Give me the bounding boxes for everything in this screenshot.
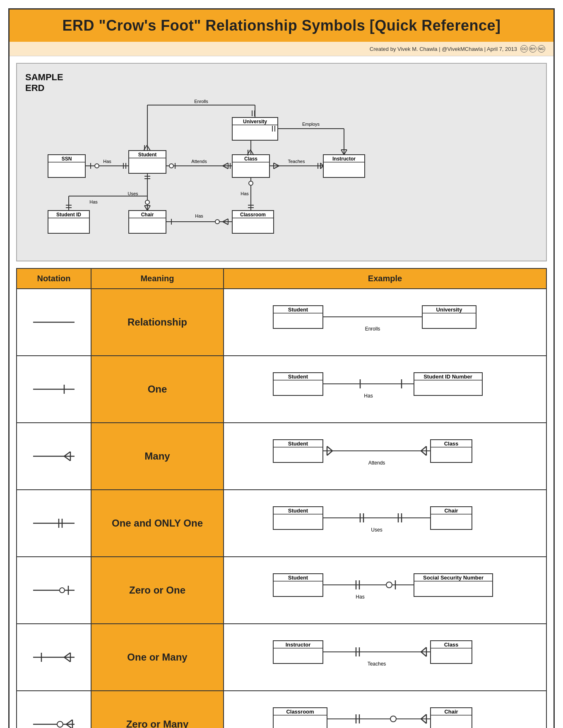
table-row: Zero or One Student Social Security Numb… [17, 556, 546, 623]
svg-text:Student ID Number: Student ID Number [423, 374, 472, 380]
svg-line-80 [144, 206, 147, 211]
svg-line-131 [327, 446, 332, 451]
subtitle-text: Created by Vivek M. Chawla | @VivekMChaw… [370, 46, 517, 52]
svg-line-185 [66, 720, 72, 724]
svg-text:Uses: Uses [128, 191, 138, 196]
example-one-many-svg: Instructor Class Teaches [236, 632, 534, 682]
by-icon: BY [529, 45, 537, 53]
notation-one-many [17, 624, 91, 690]
svg-text:Teaches: Teaches [368, 661, 386, 667]
example-one: Student Student ID Number Has [224, 356, 546, 422]
meaning-one-many: One or Many [91, 624, 224, 690]
cc-icons: CC BY NC [520, 45, 545, 53]
notation-zero-one [17, 557, 91, 623]
svg-text:Social Security Number: Social Security Number [423, 575, 484, 581]
example-one-svg: Student Student ID Number Has [236, 364, 534, 414]
svg-text:Chair: Chair [141, 212, 154, 218]
svg-line-62 [320, 166, 323, 169]
meaning-one-only: One and ONLY One [91, 490, 224, 556]
svg-text:Enrolls: Enrolls [365, 326, 380, 332]
svg-text:Class: Class [244, 156, 257, 162]
svg-text:Classroom: Classroom [286, 709, 314, 715]
svg-point-197 [390, 716, 396, 722]
svg-line-45 [147, 145, 150, 151]
svg-line-199 [421, 719, 426, 723]
svg-text:Has: Has [241, 191, 249, 196]
svg-point-151 [60, 588, 65, 593]
meaning-many: Many [91, 423, 224, 489]
svg-line-129 [421, 451, 426, 455]
svg-line-81 [147, 206, 150, 211]
one-notation-svg [29, 379, 79, 400]
svg-text:Has: Has [364, 393, 373, 399]
svg-line-31 [223, 163, 228, 166]
many-notation-svg [29, 446, 79, 467]
svg-text:Class: Class [444, 642, 459, 648]
svg-text:Student: Student [288, 307, 308, 313]
svg-point-34 [169, 164, 173, 168]
svg-text:Instructor: Instructor [286, 642, 311, 648]
svg-text:Chair: Chair [444, 709, 458, 715]
svg-line-46 [144, 145, 147, 151]
svg-line-67 [247, 150, 250, 155]
one-only-notation-svg [29, 513, 79, 534]
notation-one-only [17, 490, 91, 556]
svg-text:Uses: Uses [371, 527, 382, 533]
meaning-one: One [91, 356, 224, 422]
svg-point-83 [145, 200, 149, 204]
zero-one-notation-svg [29, 580, 79, 601]
svg-point-162 [386, 582, 392, 588]
svg-text:University: University [243, 119, 267, 125]
svg-text:Class: Class [444, 441, 459, 447]
svg-line-128 [421, 446, 426, 451]
notation-many [17, 423, 91, 489]
svg-point-90 [215, 220, 219, 224]
zero-many-notation-svg [29, 714, 79, 728]
svg-point-26 [95, 164, 99, 168]
svg-text:Has: Has [195, 213, 203, 218]
svg-text:SSN: SSN [62, 156, 72, 162]
svg-line-57 [274, 163, 279, 166]
svg-text:Chair: Chair [444, 508, 458, 514]
svg-rect-9 [232, 155, 269, 177]
example-zero-many-svg: Classroom Chair Has [236, 699, 534, 728]
meaning-zero-many: Zero or Many [91, 691, 224, 728]
relationship-notation-svg [29, 312, 79, 333]
svg-line-32 [223, 166, 228, 169]
svg-text:Has: Has [89, 199, 98, 204]
erd-diagram-svg: SSN Student University Class Instructor … [17, 64, 546, 261]
example-zero-one-svg: Student Social Security Number Has [236, 565, 534, 615]
meaning-zero-one: Zero or One [91, 557, 224, 623]
example-many-svg: Student Class Attends [236, 431, 534, 481]
header-example: Example [224, 269, 546, 288]
table-row: Zero or Many Classroom Chair [17, 690, 546, 728]
table-row: Relationship Student University Enrolls [17, 288, 546, 355]
svg-text:Classroom: Classroom [240, 212, 266, 218]
svg-point-93 [249, 181, 253, 185]
svg-line-87 [223, 219, 228, 222]
svg-text:Has: Has [103, 159, 111, 164]
nc-icon: NC [538, 45, 545, 53]
svg-text:Student: Student [288, 374, 308, 380]
svg-line-132 [327, 451, 332, 455]
svg-text:Teaches: Teaches [288, 159, 305, 164]
svg-text:University: University [436, 307, 463, 313]
svg-line-119 [64, 456, 70, 461]
table-row: One Student Student ID Number Has [17, 355, 546, 422]
svg-text:Employs: Employs [302, 122, 320, 127]
svg-line-198 [421, 714, 426, 719]
svg-line-58 [274, 166, 279, 169]
svg-text:Student: Student [288, 508, 308, 514]
svg-line-88 [223, 222, 228, 225]
example-zero-one: Student Social Security Number Has [224, 557, 546, 623]
svg-text:Has: Has [356, 594, 364, 600]
sample-erd: SAMPLEERD SSN Student University Class I… [16, 63, 547, 261]
svg-line-66 [250, 150, 254, 155]
svg-text:Student ID: Student ID [56, 212, 81, 218]
svg-text:Student: Student [288, 441, 308, 447]
svg-line-179 [421, 647, 426, 652]
svg-line-168 [64, 657, 70, 662]
table-header: Notation Meaning Example [17, 269, 546, 288]
erd-label: SAMPLEERD [25, 72, 63, 94]
svg-text:Attends: Attends [191, 159, 207, 164]
